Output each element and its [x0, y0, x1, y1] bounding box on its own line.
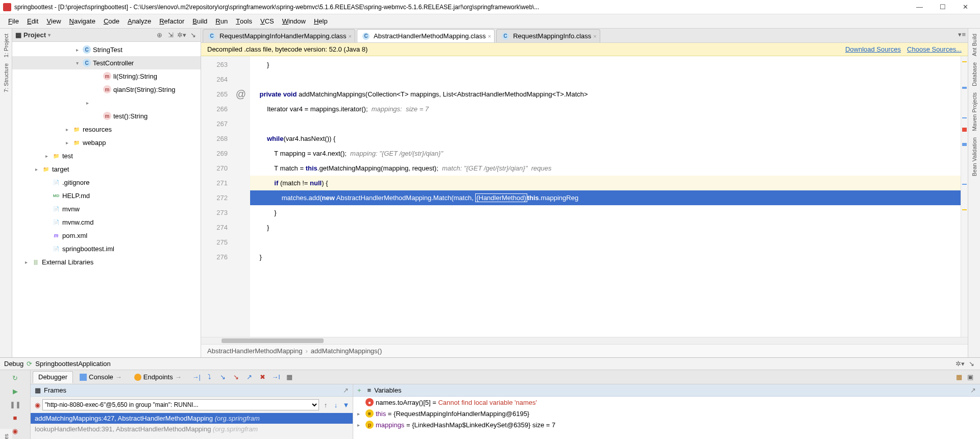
next-frame-icon[interactable]: ↓ [331, 400, 340, 409]
decompile-banner: Decompiled .class file, bytecode version… [201, 43, 968, 56]
frame-row[interactable]: addMatchingMappings:427, AbstractHandler… [31, 413, 353, 424]
tab-close-icon[interactable]: × [488, 33, 491, 39]
stop-icon[interactable]: ■ [10, 412, 21, 423]
editor-tab[interactable]: CRequestMappingInfo.class× [496, 29, 600, 42]
menubar: FileEditViewNavigateCodeAnalyzeRefactorB… [0, 14, 980, 29]
rerun-icon[interactable]: ↻ [10, 372, 21, 383]
menu-file[interactable]: File [4, 14, 23, 28]
menu-help[interactable]: Help [310, 14, 332, 28]
frame-list[interactable]: addMatchingMappings:427, AbstractHandler… [31, 413, 353, 439]
debug-hide-icon[interactable]: ↘ [967, 359, 976, 369]
filter-frames-icon[interactable]: ▼ [341, 400, 351, 409]
tab-debugger[interactable]: Debugger [33, 371, 73, 383]
debug-title: Debug [4, 360, 23, 368]
prev-frame-icon[interactable]: ↑ [321, 400, 330, 409]
run-to-cursor-icon[interactable]: →I [271, 372, 281, 382]
frames-restore-icon[interactable]: ↗ [343, 386, 349, 394]
force-step-into-icon[interactable]: ↘ [231, 372, 241, 382]
code-content[interactable]: } private void addMatchingMappings(Colle… [250, 56, 961, 337]
menu-vcs[interactable]: VCS [256, 14, 278, 28]
drop-frame-icon[interactable]: ✖ [258, 372, 268, 382]
horizontal-scrollbar[interactable] [201, 337, 968, 344]
download-sources-link[interactable]: Download Sources [845, 45, 901, 53]
step-over-icon[interactable]: ⤵ [205, 372, 215, 382]
gutter-ant[interactable]: Ant Build [971, 31, 977, 59]
menu-tools[interactable]: Tools [232, 14, 256, 28]
banner-text: Decompiled .class file, bytecode version… [207, 45, 368, 53]
tree-row[interactable]: 📄springboottest.iml [12, 242, 201, 255]
minimize-button[interactable]: — [908, 0, 931, 14]
project-dropdown-icon[interactable]: ▾ [48, 32, 51, 38]
tree-row[interactable]: ▸CStringTest [12, 43, 201, 56]
gutter-structure[interactable]: 7: Structure [3, 60, 9, 95]
gutter-bean[interactable]: Bean Validation [971, 134, 977, 179]
new-watch-icon[interactable]: + [357, 386, 361, 394]
menu-edit[interactable]: Edit [23, 14, 42, 28]
variable-row[interactable]: ▸pmappings = {LinkedHashMap$LinkedKeySet… [353, 419, 980, 430]
breadcrumb-item[interactable]: addMatchingMappings() [311, 347, 382, 355]
tree-row[interactable]: ▸📁target [12, 162, 201, 176]
menu-view[interactable]: View [42, 14, 65, 28]
tree-row[interactable]: 📄mvnw [12, 202, 201, 215]
menu-window[interactable]: Window [278, 14, 310, 28]
collapse-icon[interactable]: ⇲ [166, 31, 175, 40]
tree-row[interactable]: ▸📁webapp [12, 136, 201, 149]
editor-tab[interactable]: CRequestMappingInfoHandlerMapping.class× [203, 29, 355, 42]
code-editor[interactable]: 2632642652662672682692702712722732742752… [201, 56, 968, 337]
editor-scrollbar[interactable] [961, 56, 968, 337]
gutter-maven[interactable]: Maven Projects [971, 89, 977, 134]
vars-restore-icon[interactable]: ↗ [970, 386, 976, 394]
menu-navigate[interactable]: Navigate [65, 14, 100, 28]
resume-icon[interactable]: ▶ [10, 385, 21, 397]
menu-analyze[interactable]: Analyze [124, 14, 155, 28]
left-tool-gutter: 1: Project7: Structure [0, 29, 12, 357]
gutter-db[interactable]: Database [971, 59, 977, 89]
show-exec-point-icon[interactable]: →| [191, 372, 202, 382]
tree-row[interactable]: mqianStr(String):String [12, 83, 201, 96]
step-out-icon[interactable]: ↗ [244, 372, 255, 382]
favorites-gutter[interactable]: orites [0, 429, 12, 439]
choose-sources-link[interactable]: Choose Sources... [907, 45, 962, 53]
tree-row[interactable]: ▸|||External Libraries [12, 255, 201, 269]
breadcrumb-item[interactable]: AbstractHandlerMethodMapping [207, 347, 302, 355]
thread-selector[interactable]: "http-nio-8080-exec-6"@5,650 in group "m… [42, 399, 319, 410]
restore-layout-icon[interactable]: ▣ [966, 373, 975, 382]
layout-icon[interactable]: ▦ [954, 373, 964, 382]
project-tree[interactable]: ▸CStringTest▾CTestControllermli(String):… [12, 42, 201, 357]
pause-icon[interactable]: ❚❚ [10, 399, 21, 410]
close-button[interactable]: ✕ [954, 0, 977, 14]
tree-row[interactable]: MDHELP.md [12, 189, 201, 202]
hide-icon[interactable]: ↘ [188, 31, 198, 40]
tree-row[interactable]: ▾CTestController [12, 56, 201, 69]
evaluate-icon[interactable]: ▦ [284, 372, 295, 382]
tab-list-icon[interactable]: ▾≡ [958, 31, 966, 38]
tree-row[interactable]: 📄.gitignore [12, 176, 201, 189]
tree-row[interactable]: ▸ [12, 96, 201, 109]
menu-code[interactable]: Code [100, 14, 124, 28]
menu-build[interactable]: Build [188, 14, 211, 28]
menu-run[interactable]: Run [211, 14, 232, 28]
tree-row[interactable]: mli(String):String [12, 69, 201, 83]
right-tool-gutter: Ant BuildDatabaseMaven ProjectsBean Vali… [968, 29, 980, 357]
tree-row[interactable]: mtest():String [12, 109, 201, 123]
debug-settings-icon[interactable]: ✲▾ [955, 359, 965, 369]
gutter-project[interactable]: 1: Project [3, 31, 9, 60]
tree-row[interactable]: ▸📁test [12, 149, 201, 162]
tree-row[interactable]: mpom.xml [12, 229, 201, 242]
editor-tab[interactable]: CAbstractHandlerMethodMapping.class× [357, 29, 495, 42]
tab-close-icon[interactable]: × [349, 33, 352, 39]
tree-row[interactable]: 📄mvnw.cmd [12, 215, 201, 229]
tab-close-icon[interactable]: × [593, 33, 596, 39]
variable-row[interactable]: ●names.toArray()[5] = Cannot find local … [353, 397, 980, 408]
variable-row[interactable]: ▸≡this = {RequestMappingInfoHandlerMappi… [353, 408, 980, 419]
tab-endpoints[interactable]: Endpoints→ [129, 371, 187, 383]
tab-console[interactable]: Console→ [74, 371, 128, 383]
step-into-icon[interactable]: ↘ [218, 372, 228, 382]
maximize-button[interactable]: ☐ [931, 0, 954, 14]
tree-row[interactable]: ▸📁resources [12, 123, 201, 136]
variables-list[interactable]: ●names.toArray()[5] = Cannot find local … [353, 397, 980, 439]
settings-icon[interactable]: ✲▾ [177, 31, 186, 40]
frame-row[interactable]: lookupHandlerMethod:391, AbstractHandler… [31, 424, 353, 434]
locate-icon[interactable]: ⊕ [155, 31, 164, 40]
menu-refactor[interactable]: Refactor [155, 14, 188, 28]
